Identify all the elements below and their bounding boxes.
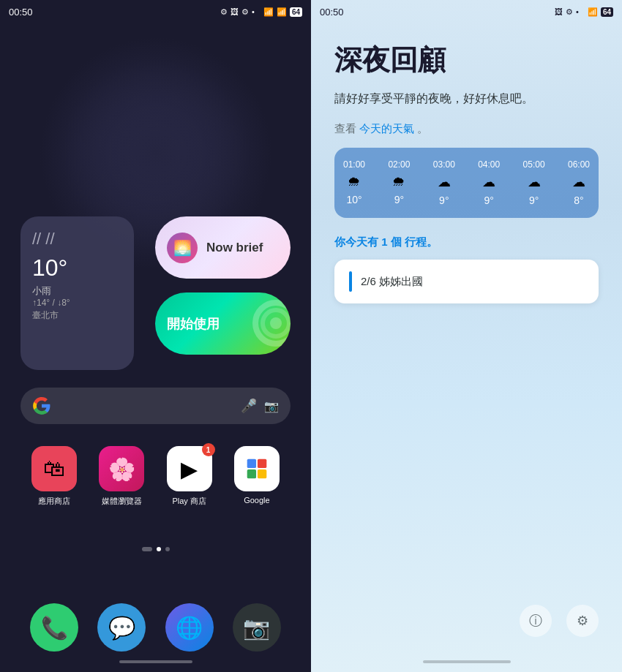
hour-temp-3: 9° xyxy=(439,195,449,206)
weather-city: 臺北市 xyxy=(32,309,122,322)
status-bar-right: 00:50 🖼 ⚙ • 📶 64 xyxy=(311,0,622,23)
settings-button[interactable]: ⚙ xyxy=(566,605,599,637)
hour-icon-3: ☁ xyxy=(438,174,451,190)
svg-point-2 xyxy=(270,317,282,329)
hour-icon-1: 🌧 xyxy=(348,174,361,189)
lens-icon[interactable]: 📷 xyxy=(264,399,279,413)
search-bar[interactable]: 🎤 📷 xyxy=(20,388,291,424)
night-review-title: 深夜回顧 xyxy=(334,44,599,78)
microphone-icon[interactable]: 🎤 xyxy=(241,398,257,414)
weather-forecast-card: 01:00 🌧 10° 02:00 🌧 9° 03:00 ☁ 9° 04:00 … xyxy=(334,148,599,218)
bottom-indicator-right xyxy=(423,660,511,663)
image-icon: 🖼 xyxy=(231,7,239,16)
page-dot-3 xyxy=(165,547,170,551)
svg-rect-6 xyxy=(247,469,256,478)
now-brief-widget[interactable]: 🌅 Now brief xyxy=(155,216,291,279)
svg-rect-4 xyxy=(247,459,256,468)
schedule-text: 你今天有 1 個 行程。 xyxy=(334,235,599,249)
phone-icon: 📞 xyxy=(41,615,68,641)
battery-right: 64 xyxy=(601,7,613,17)
settings-icon-right: ⚙ xyxy=(566,7,573,17)
camera-icon: 📷 xyxy=(243,615,270,641)
dock-phone[interactable]: 📞 xyxy=(30,603,78,652)
chat-icon: 💬 xyxy=(108,615,135,641)
status-icons-left: ⚙ 🖼 ⚙ • 📶 📶 64 xyxy=(220,7,302,17)
hour-temp-2: 9° xyxy=(394,194,404,205)
weather-desc: 小雨 xyxy=(32,284,122,298)
dock-browser[interactable]: 🌐 xyxy=(165,603,214,652)
now-brief-icon: 🌅 xyxy=(167,233,198,263)
status-time-left: 00:50 xyxy=(9,7,33,18)
app-label-play: Play 商店 xyxy=(172,496,206,507)
hour-time-4: 04:00 xyxy=(478,159,500,170)
weather-link-text: 查看 今天的天氣 。 xyxy=(334,122,599,136)
app-label-store: 應用商店 xyxy=(38,496,70,507)
schedule-item[interactable]: 2/6 姊姊出國 xyxy=(334,260,599,303)
schedule-event-text: 2/6 姊姊出國 xyxy=(361,275,423,289)
app-item-play[interactable]: ▶ 1 Play 商店 xyxy=(167,446,212,507)
forecast-hour-5: 05:00 ☁ 9° xyxy=(523,159,545,206)
schedule-count: 1 個 xyxy=(381,235,402,248)
app-item-media[interactable]: 🌸 媒體瀏覽器 xyxy=(99,446,144,507)
hour-icon-4: ☁ xyxy=(482,174,495,190)
hour-time-2: 02:00 xyxy=(388,159,410,170)
gear-icon: ⚙ xyxy=(577,613,588,629)
browser-icon: 🌐 xyxy=(176,615,203,641)
svg-rect-5 xyxy=(258,459,266,468)
wifi-icon: 📶 xyxy=(263,7,274,17)
bottom-actions: ⓘ ⚙ xyxy=(520,605,599,637)
svg-point-3 xyxy=(243,455,271,483)
forecast-hour-2: 02:00 🌧 9° xyxy=(388,159,410,206)
right-phone-screen: 00:50 🖼 ⚙ • 📶 64 深夜回顧 請好好享受平靜的夜晚，好好休息吧。 … xyxy=(311,0,622,672)
hour-time-6: 06:00 xyxy=(568,159,590,170)
status-time-right: 00:50 xyxy=(320,7,344,18)
swirl-decoration xyxy=(232,292,291,355)
weather-temp: 10° xyxy=(32,254,122,282)
app-item-google[interactable]: Google xyxy=(234,446,280,505)
schedule-bar xyxy=(349,271,352,292)
dock-camera[interactable]: 📷 xyxy=(233,603,281,652)
schedule-prefix: 你今天有 xyxy=(334,235,378,248)
google-g-icon xyxy=(32,396,51,415)
weather-link-suffix: 。 xyxy=(417,122,428,135)
play-badge: 1 xyxy=(202,443,215,456)
hour-icon-6: ☁ xyxy=(572,174,585,190)
app-icon-store: 🛍 xyxy=(31,446,77,491)
hour-time-1: 01:00 xyxy=(343,159,365,170)
hour-time-5: 05:00 xyxy=(523,159,545,170)
app-row: 🛍 應用商店 🌸 媒體瀏覽器 ▶ 1 Play 商店 xyxy=(20,446,291,507)
hour-temp-5: 9° xyxy=(529,195,539,206)
night-review-desc: 請好好享受平靜的夜晚，好好休息吧。 xyxy=(334,89,599,108)
weather-link[interactable]: 今天的天氣 xyxy=(359,122,414,135)
start-label: 開始使用 xyxy=(167,315,220,333)
battery-left: 64 xyxy=(290,7,302,17)
weather-range: ↑14° / ↓8° xyxy=(32,298,122,308)
info-icon: ⓘ xyxy=(529,612,542,630)
status-icons-right: 🖼 ⚙ • 📶 64 xyxy=(555,7,613,17)
hour-icon-2: 🌧 xyxy=(392,174,405,189)
rain-icon: // // xyxy=(32,230,122,249)
status-bar-left: 00:50 ⚙ 🖼 ⚙ • 📶 📶 64 xyxy=(0,0,311,23)
app-label-google: Google xyxy=(244,496,269,505)
right-content: 深夜回顧 請好好享受平靜的夜晚，好好休息吧。 查看 今天的天氣 。 01:00 … xyxy=(334,44,599,303)
left-phone-screen: 00:50 ⚙ 🖼 ⚙ • 📶 📶 64 // // 10° 小雨 ↑14° /… xyxy=(0,0,311,672)
hour-temp-4: 9° xyxy=(484,195,493,206)
dock: 📞 💬 🌐 📷 xyxy=(20,603,291,652)
dot-icon: • xyxy=(252,7,255,16)
settings-icon: ⚙ xyxy=(220,7,228,17)
svg-rect-7 xyxy=(258,469,266,478)
signal-icon: 📶 xyxy=(277,7,287,17)
settings2-icon: ⚙ xyxy=(241,7,249,17)
app-item-store[interactable]: 🛍 應用商店 xyxy=(31,446,77,507)
schedule-suffix: 行程。 xyxy=(405,235,438,248)
weather-widget[interactable]: // // 10° 小雨 ↑14° / ↓8° 臺北市 xyxy=(20,216,134,370)
info-button[interactable]: ⓘ xyxy=(520,605,552,637)
dock-chat[interactable]: 💬 xyxy=(97,603,146,652)
app-icon-play: ▶ 1 xyxy=(167,446,212,491)
start-widget[interactable]: 開始使用 xyxy=(155,292,291,355)
bottom-indicator-left xyxy=(119,660,192,663)
page-dots xyxy=(142,547,170,551)
wifi-icon-right: 📶 xyxy=(588,7,598,17)
forecast-hour-3: 03:00 ☁ 9° xyxy=(433,159,455,206)
now-brief-label: Now brief xyxy=(206,241,263,255)
